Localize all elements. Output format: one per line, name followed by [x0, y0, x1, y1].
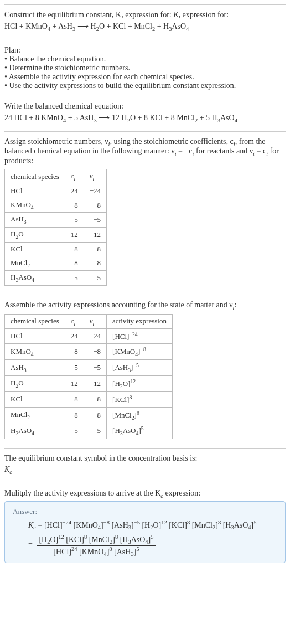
cell-ci: 5: [65, 213, 84, 228]
cell-ci: 12: [65, 376, 84, 392]
cell-vi: 8: [84, 242, 106, 256]
term: [KMnO: [79, 548, 103, 556]
table-row: MnCl288: [5, 256, 107, 271]
assign-section: Assign stoichiometric numbers, νi, using…: [4, 131, 286, 295]
assemble-section: Assemble the activity expressions accoun…: [4, 295, 286, 449]
exp: −24: [63, 519, 71, 525]
fraction-numerator: [H2O]12 [KCl]8 [MnCl2]8 [H3AsO4]5: [37, 534, 156, 545]
cell-vi: 8: [84, 407, 106, 423]
balanced-section: Write the balanced chemical equation: 24…: [4, 96, 286, 131]
stoich-table: chemical species ci νi HCl24−24 KMnO48−8…: [4, 169, 107, 286]
table-row: AsH35−5[AsH3]−5: [5, 360, 173, 376]
answer-box: Answer: Kc = [HCl]−24 [KMnO4]−8 [AsH3]−5…: [4, 501, 286, 563]
term: [KCl]: [66, 535, 84, 544]
col-activity: activity expression: [107, 314, 173, 329]
plan-bullet: • Balance the chemical equation.: [4, 55, 286, 64]
eq-part: HCl + KMnO: [4, 22, 48, 30]
symbol-section: The equilibrium constant symbol in the c…: [4, 448, 286, 483]
intro-line: Construct the equilibrium constant, K, e…: [4, 11, 286, 19]
exp: −5: [134, 519, 140, 525]
coef: 8: [171, 114, 175, 122]
cell-ci: 5: [65, 271, 84, 286]
cell-ci: 8: [65, 198, 84, 213]
fraction: [H2O]12 [KCl]8 [MnCl2]8 [H3AsO4]5 [HCl]2…: [37, 534, 156, 557]
col-vi: νi: [84, 169, 106, 184]
balanced-title: Write the balanced chemical equation:: [4, 102, 286, 111]
answer-expression: Kc = [HCl]−24 [KMnO4]−8 [AsH3]−5 [H2O]12…: [28, 519, 277, 530]
t: Assemble the activity expressions accoun…: [4, 301, 233, 309]
term: [MnCl: [192, 521, 213, 529]
exp: 8: [109, 546, 112, 552]
cell-vi: 5: [84, 271, 106, 286]
t: = c: [255, 147, 266, 155]
table-header-row: chemical species ci νi: [5, 169, 107, 184]
cell-vi: 5: [84, 423, 106, 439]
arrow-icon: ⟶: [77, 22, 91, 30]
cell-ci: 24: [65, 329, 84, 344]
cell-vi: 12: [84, 227, 106, 242]
cell-activity: [H3AsO4]5: [107, 423, 173, 439]
exp: 12: [58, 534, 64, 540]
eq-sign: =: [36, 521, 44, 529]
eq-part: H: [91, 22, 96, 30]
col-ci: ci: [65, 314, 84, 329]
table-row: KCl88[KCl]8: [5, 392, 173, 407]
symbol-text: The equilibrium constant symbol in the c…: [4, 454, 286, 463]
cell-species: H2O: [5, 227, 65, 242]
exp: 12: [161, 519, 167, 525]
coef: 24: [4, 114, 12, 122]
term: [KMnO: [74, 521, 98, 529]
col-ci: ci: [65, 169, 84, 184]
term: [H: [39, 535, 47, 544]
cell-species: KCl: [5, 242, 65, 256]
assign-text: Assign stoichiometric numbers, νi, using…: [4, 137, 286, 166]
plan-title: Plan:: [4, 46, 286, 55]
cell-species: MnCl2: [5, 256, 65, 271]
term: [H: [142, 521, 150, 529]
cell-species: HCl: [5, 184, 65, 198]
term: [HCl]: [53, 548, 71, 556]
exp: 5: [136, 546, 139, 552]
cell-ci: 8: [65, 392, 84, 407]
term: [MnCl: [89, 535, 110, 544]
cell-vi: −8: [84, 344, 106, 360]
eq-part: + H: [155, 22, 169, 30]
coef: 8: [144, 114, 148, 122]
activity-table: chemical species ci νi activity expressi…: [4, 314, 173, 440]
multiply-section: Mulitply the activity expressions to arr…: [4, 483, 286, 569]
cell-activity: [MnCl2]8: [107, 407, 173, 423]
col-vi: νi: [84, 314, 106, 329]
table-row: H2O1212[H2O]12: [5, 376, 173, 392]
intro-text: Construct the equilibrium constant, K, e…: [4, 11, 172, 19]
plan-bullet: • Determine the stoichiometric numbers.: [4, 64, 286, 73]
cell-vi: −5: [84, 213, 106, 228]
table-row: KCl88: [5, 242, 107, 256]
cell-vi: −5: [84, 360, 106, 376]
eq-part: AsO: [172, 22, 186, 30]
cell-ci: 12: [65, 227, 84, 242]
cell-ci: 24: [65, 184, 84, 198]
table-row: AsH35−5: [5, 213, 107, 228]
cell-ci: 5: [65, 423, 84, 439]
cell-ci: 5: [65, 360, 84, 376]
cell-species: MnCl2: [5, 407, 65, 423]
multiply-text: Mulitply the activity expressions to arr…: [4, 489, 286, 499]
cell-species: H2O: [5, 376, 65, 392]
assemble-text: Assemble the activity expressions accoun…: [4, 301, 286, 311]
exp: 24: [71, 546, 77, 552]
cell-vi: 8: [84, 392, 106, 407]
term: [H: [223, 521, 231, 529]
answer-label: Answer:: [13, 507, 277, 516]
term: [H: [120, 535, 128, 544]
table-row: HCl24−24[HCl]−24: [5, 329, 173, 344]
table-row: HCl24−24: [5, 184, 107, 198]
cell-ci: 8: [65, 344, 84, 360]
cell-activity: [HCl]−24: [107, 329, 173, 344]
term: [HCl]: [44, 521, 63, 529]
cell-vi: −24: [84, 329, 106, 344]
exp: 5: [253, 519, 256, 525]
t: , using the stoichiometric coefficients,…: [110, 137, 233, 146]
cell-ci: 8: [65, 242, 84, 256]
kc-symbol: Kc: [4, 465, 286, 475]
t: for reactants and ν: [194, 147, 253, 155]
